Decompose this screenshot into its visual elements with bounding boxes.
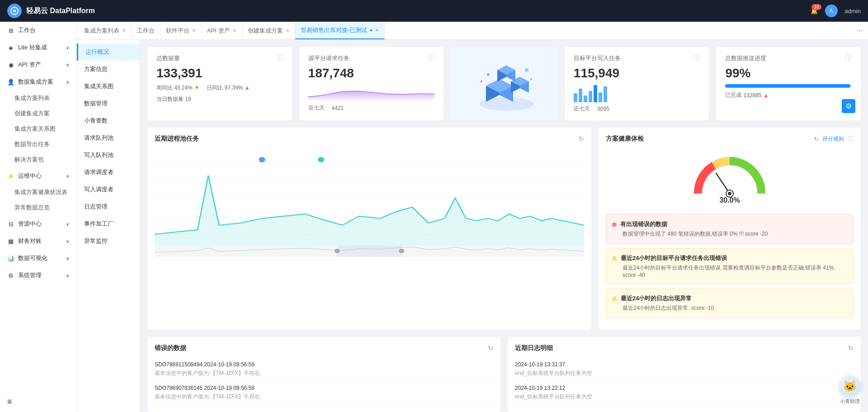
alert-warning2-title: 最近24小时的日志出现异常 <box>621 294 692 303</box>
sidebar-sub-integration-list[interactable]: 集成方案列表 <box>0 90 76 106</box>
sidebar-item-api[interactable]: ◉ API 资产 ∨ <box>0 56 76 73</box>
left-panel-req-scheduler[interactable]: 请求调度者 <box>77 164 140 181</box>
stat-progress-title: 总数据推送进度 ⓘ <box>725 54 852 62</box>
tab-workbench2[interactable]: 工作台 <box>132 22 160 39</box>
stat-progress-info-icon[interactable]: ⓘ <box>845 54 852 62</box>
settings-button[interactable]: ⚙ <box>842 99 855 113</box>
alert-error-icon: ⊗ <box>612 221 617 228</box>
left-panel-write-scheduler[interactable]: 写入调度者 <box>77 181 140 198</box>
app-title: 轻易云 DataPlatform <box>26 6 95 16</box>
integration-icon: 👤 <box>7 79 14 85</box>
left-panel-monitor[interactable]: 异常监控 <box>77 232 140 250</box>
error-entry-2: SDO786907836145 2024-10-19 09:56:58 基本信息… <box>155 381 493 405</box>
tab-create-close[interactable]: ✕ <box>286 28 289 33</box>
error-entry-1-sub: 基本信息中的客户值为:【TM-JZFX】不存在; <box>155 369 493 377</box>
bar7 <box>604 86 607 102</box>
left-panel-write-queue[interactable]: 写入队列池 <box>77 147 140 164</box>
sidebar-sub-solution[interactable]: 解决方案包 <box>0 152 76 167</box>
tab-workbench[interactable]: 集成方案列表 ✕ <box>79 22 132 39</box>
chart-header: 近期进程池任务 ↻ <box>155 135 584 143</box>
svg-point-15 <box>481 81 483 83</box>
sidebar-item-ops[interactable]: ⚡ 运维中心 ∧ <box>0 167 76 185</box>
left-panel: 运行概况 方案信息 集成关系图 数据管理 小青查数 请求队列池 写入队列池 请求… <box>77 40 140 412</box>
ops-arrow: ∧ <box>66 174 69 179</box>
sidebar-sub-health[interactable]: 集成方案健康状况表 <box>0 185 76 200</box>
sidebar-item-integration[interactable]: 👤 数据集成方案 ∧ <box>0 73 76 90</box>
stat-total-value: 133,391 <box>156 66 283 81</box>
sidebar-item-system-label: 系统管理 <box>18 271 42 279</box>
tab-software[interactable]: 软件平台 ✕ <box>160 22 202 39</box>
stat-total-title: 总数据量 ⓘ <box>156 54 283 62</box>
admin-name: admin <box>845 8 861 14</box>
workbench-icon: ⊞ <box>7 27 14 34</box>
stat-source-info-icon[interactable]: ⓘ <box>428 54 434 62</box>
notification-button[interactable]: 🔔 10 <box>811 8 818 14</box>
tab-api-close[interactable]: ✕ <box>233 28 236 33</box>
tab-api[interactable]: API 资产 ✕ <box>202 22 242 39</box>
health-card: 方案健康体检 ↻ 评分规则 ⓘ <box>599 128 861 330</box>
left-panel-event[interactable]: 事件加工厂 <box>77 215 140 232</box>
sidebar-sub-create[interactable]: 创建集成方案 <box>0 106 76 121</box>
alert-error-body: 数据管理中出现了 480 笔错误的数据,错误率 0% !!! score -20 <box>612 230 848 238</box>
tab-software-close[interactable]: ✕ <box>192 28 196 33</box>
stat-target-info-icon[interactable]: ⓘ <box>693 54 700 62</box>
error-data-title: 错误的数据 <box>155 344 186 352</box>
error-data-header: 错误的数据 ↻ <box>155 344 493 352</box>
chart-refresh-button[interactable]: ↻ <box>579 135 584 142</box>
left-panel-req-queue[interactable]: 请求队列池 <box>77 129 140 147</box>
stat-source-value: 187,748 <box>308 66 435 81</box>
sidebar-item-workbench[interactable]: ⊞ 工作台 <box>0 22 76 39</box>
tab-active[interactable]: 管易销售出库对接-已测试 ● ✕ <box>295 22 385 39</box>
left-panel-relation[interactable]: 集成关系图 <box>77 78 140 95</box>
api-icon: ◉ <box>7 62 14 68</box>
bottom-row: 错误的数据 ↻ SDO786911508494 2024-10-19 09:56… <box>147 337 861 412</box>
health-rules-button[interactable]: 评分规则 <box>822 135 844 143</box>
stat-target-value: 115,949 <box>574 66 700 81</box>
progress-bar-inner <box>725 84 850 88</box>
alert-warning1-title: 最近24小时的目标平台请求任务出现错误 <box>621 254 727 262</box>
stats-row: 总数据量 ⓘ 133,391 周同比 45.24% ▼ 日同比 97.39% ▲… <box>147 47 861 120</box>
assistant-button[interactable]: 🐱 小青助理 <box>839 375 861 405</box>
tab-more[interactable]: ⋯ <box>851 27 868 34</box>
alert-warning1-body: 最近24小时的目标平台请求任务出现错误,需要检查调目标平台参数是否正确,错误率 … <box>612 264 848 278</box>
svg-point-12 <box>487 73 490 76</box>
alert-error-title: 有出现错误的数据 <box>620 220 667 228</box>
log-entry-2-desc: end_目标系统平台队列任务为空 <box>515 393 854 401</box>
notification-badge: 10 <box>811 4 821 10</box>
bar1 <box>574 93 577 102</box>
lite-icon: ◈ <box>7 44 14 51</box>
tab-workbench-label: 集成方案列表 <box>84 27 119 35</box>
health-info-icon[interactable]: ⓘ <box>848 135 854 143</box>
tab-close-icon[interactable]: ✕ <box>122 28 126 33</box>
sidebar-sub-export[interactable]: 数据导出任务 <box>0 137 76 152</box>
stat-total-info-icon[interactable]: ⓘ <box>277 54 283 62</box>
left-panel-info[interactable]: 方案信息 <box>77 61 140 78</box>
sidebar-item-lite[interactable]: ◈ Lite 轻集成 ∨ <box>0 39 76 56</box>
svg-point-21 <box>259 157 265 162</box>
sidebar-item-dataviz[interactable]: 📊 数据可视化 ∨ <box>0 250 76 267</box>
left-panel-query[interactable]: 小青查数 <box>77 112 140 129</box>
sidebar-item-resource[interactable]: ⊟ 资源中心 ∨ <box>0 215 76 232</box>
source-mini-chart <box>308 84 435 102</box>
bar5 <box>594 85 597 102</box>
left-panel-data[interactable]: 数据管理 <box>77 95 140 112</box>
left-panel-log[interactable]: 日志管理 <box>77 198 140 215</box>
sidebar-item-system[interactable]: ⚙ 系统管理 ∨ <box>0 267 76 284</box>
progress-up-icon: ▲ <box>763 92 769 99</box>
target-mini-bars <box>574 84 700 102</box>
refresh-icon[interactable]: ↻ <box>814 136 819 142</box>
tab-active-close[interactable]: ✕ <box>375 28 379 33</box>
log-refresh-button[interactable]: ↻ <box>848 345 854 352</box>
left-panel-overview[interactable]: 运行概况 <box>77 43 140 61</box>
sidebar-sub-anomaly[interactable]: 异常数据总览 <box>0 200 76 215</box>
tab-create[interactable]: 创建集成方案 ✕ <box>242 22 295 39</box>
tasks-chart-svg <box>155 148 584 257</box>
sidebar-collapse-button[interactable]: ≡ <box>7 397 12 407</box>
error-refresh-button[interactable]: ↻ <box>488 345 493 352</box>
error-data-card: 错误的数据 ↻ SDO786911508494 2024-10-19 09:56… <box>147 337 500 412</box>
progress-bar-outer <box>725 84 852 88</box>
sidebar-item-finance[interactable]: ▦ 财务对账 ∨ <box>0 232 76 250</box>
svg-rect-25 <box>337 246 402 257</box>
stat-card-progress: 总数据推送进度 ⓘ 99% 已完成 132885 ▲ ⚙ <box>716 47 861 120</box>
sidebar-sub-relation[interactable]: 集成方案关系图 <box>0 121 76 137</box>
